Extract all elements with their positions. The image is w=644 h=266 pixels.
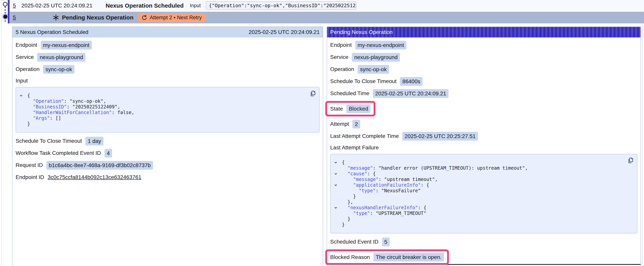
code-line: } bbox=[335, 222, 633, 227]
code-text: "type": "NexusFailure" bbox=[342, 188, 421, 194]
collapse-chevron-icon[interactable] bbox=[335, 182, 342, 188]
code-line: "type": "UPSTREAM_TIMEOUT" bbox=[335, 211, 633, 216]
code-line: "applicationFailureInfo": { bbox=[335, 182, 633, 188]
code-line: "Args": [] bbox=[20, 115, 315, 121]
event-row-nexus-operation-scheduled[interactable]: 5 2025-02-25 UTC 20:24:09.21 Nexus Opera… bbox=[10, 0, 644, 11]
pending-operation-title: Pending Nexus Operation bbox=[62, 14, 134, 21]
field-label: Endpoint ID bbox=[16, 174, 44, 180]
code-line: }, bbox=[335, 199, 633, 205]
field-label: Attempt bbox=[330, 121, 349, 127]
field-label: Last Attempt Complete Time bbox=[330, 133, 399, 139]
code-line: { bbox=[335, 160, 633, 165]
event-input-preview-chip[interactable]: {"Operation":"sync-op-ok","BusinessID":"… bbox=[206, 1, 356, 10]
field-row-scheduled-event-id: Scheduled Event ID5 bbox=[330, 237, 390, 246]
field-row-state: StateBlocked bbox=[325, 101, 376, 116]
field-label: Workflow Task Completed Event ID bbox=[16, 150, 101, 156]
field-value[interactable]: 3c0c75ccfa8144b092c13ce632463761 bbox=[48, 174, 141, 180]
field-value: 5 bbox=[382, 237, 390, 246]
gutter-spacer bbox=[335, 199, 342, 205]
code-text: "HandlerWaitForCancellation": false, bbox=[27, 110, 134, 115]
field-label: Service bbox=[330, 54, 348, 60]
code-text: "cause": { bbox=[342, 171, 376, 177]
code-text: } bbox=[342, 222, 344, 227]
field-label: Scheduled Time bbox=[330, 90, 369, 97]
panel-content: Endpointmy-nexus-endpointServicenexus-pl… bbox=[327, 41, 640, 265]
code-text: "message": "handler error (UPSTREAM_TIME… bbox=[342, 165, 528, 171]
input-section-label: Input bbox=[16, 77, 320, 85]
event-id-link[interactable]: 5 bbox=[13, 3, 17, 9]
field-row-operation: Operationsync-op-ok bbox=[16, 65, 74, 74]
field-value: 2025-02-25 UTC 20:25:27.51 bbox=[402, 132, 478, 141]
code-text: "Args": [] bbox=[27, 115, 61, 121]
collapse-chevron-icon[interactable] bbox=[335, 160, 342, 165]
field-value: 2025-02-25 UTC 20:24:09.21 bbox=[373, 89, 448, 98]
panel-content: Endpointmy-nexus-endpointServicenexus-pl… bbox=[12, 41, 323, 182]
collapse-chevron-icon[interactable] bbox=[335, 205, 342, 211]
field-row-attempt: Attempt2 bbox=[330, 120, 360, 129]
selected-rows-indicator-bar bbox=[8, 0, 10, 24]
collapse-chevron-icon[interactable] bbox=[20, 93, 27, 99]
field-value: nexus-playground bbox=[352, 53, 400, 62]
field-row-operation: Operationsync-op-ok bbox=[330, 65, 389, 74]
field-label: Operation bbox=[16, 66, 40, 72]
field-row-workflow-task-completed-event-id: Workflow Task Completed Event ID4 bbox=[16, 149, 112, 158]
field-label: Operation bbox=[330, 66, 354, 72]
gutter-spacer bbox=[335, 222, 342, 227]
field-label: Request ID bbox=[16, 162, 43, 168]
field-value: 2 bbox=[352, 120, 360, 129]
collapse-chevron-icon[interactable] bbox=[335, 171, 342, 177]
temporal-event-history-screen: { "colors": { "accent_indigo": "#4b46e0"… bbox=[0, 0, 644, 266]
code-line: "message": "upstream timeout", bbox=[335, 177, 633, 182]
copy-icon[interactable] bbox=[627, 157, 634, 164]
panel-header-timestamp: 2025-02-25 UTC 20:24:09.21 bbox=[249, 29, 320, 35]
code-text: { bbox=[342, 160, 344, 165]
field-row-service: Servicenexus-playground bbox=[16, 53, 85, 62]
field-value: Blocked bbox=[346, 104, 370, 113]
code-text: "message": "upstream timeout", bbox=[342, 177, 438, 182]
gutter-spacer bbox=[335, 216, 342, 222]
field-label: Schedule To Close Timeout bbox=[16, 138, 82, 144]
event-title: Nexus Operation Scheduled bbox=[106, 2, 184, 9]
retry-attempt-badge: Attempt 2 • Next Retry bbox=[138, 13, 206, 22]
gutter-spacer bbox=[20, 121, 27, 127]
field-label: Scheduled Event ID bbox=[330, 239, 378, 245]
copy-icon[interactable] bbox=[309, 90, 316, 97]
event-detail-panel-scheduled: 5 Nexus Operation Scheduled 2025-02-25 U… bbox=[12, 27, 323, 266]
gutter-spacer bbox=[335, 165, 342, 171]
gutter-spacer bbox=[335, 188, 342, 194]
last-attempt-failure-label: Last Attempt Failure bbox=[330, 144, 637, 152]
field-label: Blocked Reason bbox=[330, 254, 370, 260]
field-label: Schedule To Close Timeout bbox=[330, 78, 396, 84]
gutter-spacer bbox=[335, 177, 342, 182]
field-value: b1c6a4bc-8ee7-468a-9169-df3b02c8737b bbox=[46, 161, 153, 170]
code-line: "type": "NexusFailure" bbox=[335, 188, 633, 194]
field-row-blocked-reason: Blocked ReasonThe circuit breaker is ope… bbox=[325, 249, 449, 265]
field-value: my-nexus-endpoint bbox=[355, 41, 406, 50]
field-value: 1 day bbox=[85, 137, 104, 145]
field-value: 86400s bbox=[400, 77, 422, 86]
code-line: } bbox=[20, 121, 315, 127]
code-line: } bbox=[335, 194, 633, 199]
field-row-request-id: Request IDb1c6a4bc-8ee7-468a-9169-df3b02… bbox=[16, 161, 153, 170]
event-id-link[interactable]: 5 bbox=[13, 15, 17, 21]
panel-header: 5 Nexus Operation Scheduled 2025-02-25 U… bbox=[12, 27, 323, 38]
code-text: "Operation": "sync-op-ok", bbox=[27, 99, 106, 104]
event-row-pending-nexus-operation[interactable]: 5 Pending Nexus Operation Attempt 2 • Ne… bbox=[10, 12, 644, 24]
code-text: } bbox=[342, 216, 350, 222]
field-row-endpoint-id: Endpoint ID3c0c75ccfa8144b092c13ce632463… bbox=[16, 173, 141, 182]
code-line: "HandlerWaitForCancellation": false, bbox=[20, 110, 315, 115]
gutter-spacer bbox=[335, 194, 342, 199]
field-row-service: Servicenexus-playground bbox=[330, 53, 400, 62]
code-line: "Operation": "sync-op-ok", bbox=[20, 99, 315, 104]
gutter-spacer bbox=[335, 211, 342, 216]
frame-left-border bbox=[1, 0, 2, 266]
retry-badge-label: Attempt 2 • Next Retry bbox=[150, 15, 202, 21]
field-row-endpoint: Endpointmy-nexus-endpoint bbox=[16, 41, 92, 50]
retry-icon bbox=[141, 15, 147, 21]
code-line: { bbox=[20, 93, 315, 99]
nexus-asterisk-icon bbox=[53, 14, 59, 21]
code-text: }, bbox=[342, 199, 353, 205]
input-json-codeblock: { "Operation": "sync-op-ok", "BusinessID… bbox=[16, 87, 320, 133]
field-value: 4 bbox=[104, 149, 112, 158]
code-line: "cause": { bbox=[335, 171, 633, 177]
